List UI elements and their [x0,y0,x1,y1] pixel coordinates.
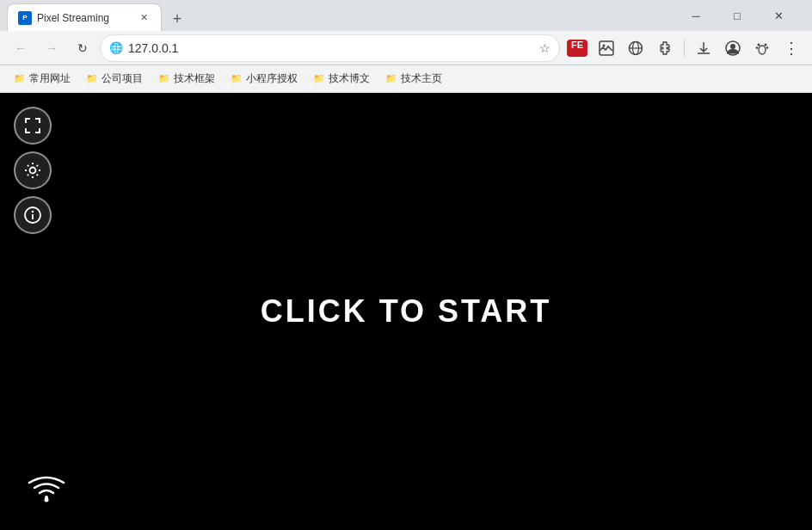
back-button[interactable]: ← [7,34,34,62]
image-icon [599,40,614,56]
browser-window: P Pixel Streaming ✕ + ─ □ ✕ ← → ↻ 🌐 ☆ FE [0,0,812,530]
bookmark-item[interactable]: 📁 公司项目 [79,68,150,89]
extensions-icon [657,40,673,56]
info-icon [23,206,42,225]
bookmark-label: 公司项目 [102,71,143,86]
fullscreen-button[interactable] [14,107,52,145]
folder-icon: 📁 [86,73,98,84]
globe-button[interactable] [622,34,649,62]
menu-button[interactable]: ⋮ [778,34,805,62]
bookmark-label: 常用网址 [29,71,71,86]
settings-button[interactable] [14,151,52,189]
settings-icon [23,161,42,180]
content-area[interactable]: CLICK TO START [0,93,812,530]
bookmark-star-icon[interactable]: ☆ [539,41,551,55]
bookmark-item[interactable]: 📁 技术框架 [151,68,222,89]
extensions-button[interactable] [651,34,679,62]
bookmark-label: 技术框架 [174,71,215,86]
address-bar[interactable]: 🌐 ☆ [100,34,560,62]
bookmarks-bar: 📁 常用网址 📁 公司项目 📁 技术框架 📁 小程序授权 📁 技术博文 📁 技术… [0,65,812,93]
close-button[interactable]: ✕ [759,2,798,29]
info-button[interactable] [14,196,52,234]
paw-icon [754,40,770,56]
svg-point-14 [30,168,36,174]
folder-icon: 📁 [313,73,325,84]
profile-icon [725,40,741,56]
minimize-button[interactable]: ─ [676,2,716,29]
active-tab[interactable]: P Pixel Streaming ✕ [7,3,162,31]
bookmark-item[interactable]: 📁 常用网址 [7,68,77,89]
new-tab-button[interactable]: + [165,7,189,31]
download-icon [696,40,711,56]
tab-close-button[interactable]: ✕ [137,11,151,25]
maximize-button[interactable]: □ [717,2,757,29]
bookmark-label: 小程序授权 [246,71,298,86]
image-button[interactable] [593,34,620,62]
fe-label: FE [567,40,587,57]
fe-extension-button[interactable]: FE [563,34,591,62]
svg-point-9 [759,46,766,54]
toolbar-actions: FE ⋮ [563,34,805,62]
bookmark-item[interactable]: 📁 技术博文 [306,68,377,89]
folder-icon: 📁 [231,73,243,84]
reload-button[interactable]: ↻ [69,34,96,62]
bookmark-item[interactable]: 📁 小程序授权 [224,68,304,89]
download-button[interactable] [690,34,717,62]
sidebar-controls [14,107,52,234]
nav-bar: ← → ↻ 🌐 ☆ FE [0,31,812,65]
title-bar: P Pixel Streaming ✕ + ─ □ ✕ [0,0,812,31]
svg-point-17 [33,212,34,213]
tab-favicon: P [18,11,32,25]
svg-point-13 [766,46,769,49]
forward-button[interactable]: → [38,34,65,62]
address-protocol-icon: 🌐 [109,41,123,54]
folder-icon: 📁 [385,73,397,84]
wifi-icon [26,475,67,506]
wifi-indicator [26,475,67,509]
bookmark-label: 技术主页 [401,71,442,86]
svg-point-8 [730,44,735,49]
fullscreen-icon [23,116,42,135]
click-to-start[interactable]: CLICK TO START [261,293,552,330]
bookmark-label: 技术博文 [329,71,370,86]
address-input[interactable] [128,41,534,55]
window-controls: ─ □ ✕ [676,2,798,29]
tab-title: Pixel Streaming [37,12,132,24]
globe-icon [628,40,643,56]
svg-point-11 [765,43,767,46]
folder-icon: 📁 [14,73,26,84]
svg-point-18 [45,498,49,502]
profile-button[interactable] [719,34,747,62]
paw-button[interactable] [748,34,776,62]
bookmark-item[interactable]: 📁 技术主页 [378,68,449,89]
svg-point-12 [756,46,759,49]
tabs-area: P Pixel Streaming ✕ + [7,0,673,31]
toolbar-divider [684,40,685,57]
svg-point-10 [758,43,760,46]
folder-icon: 📁 [158,73,170,84]
